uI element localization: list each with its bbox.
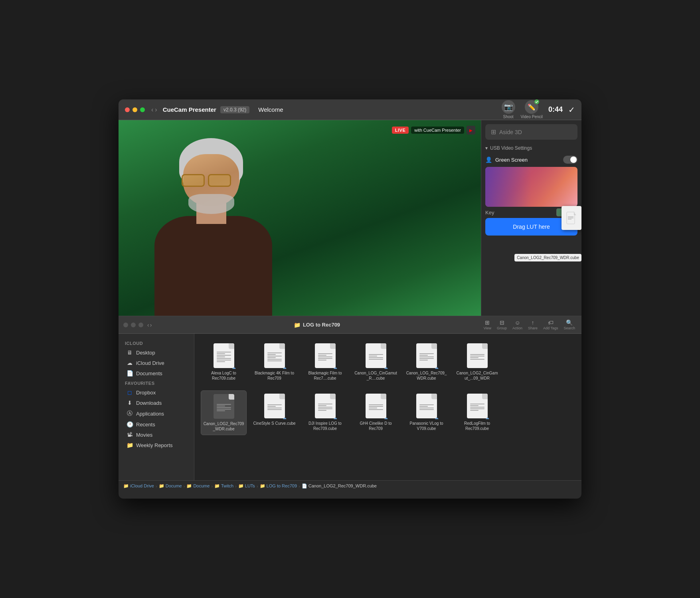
file-icon: ☁ bbox=[315, 394, 336, 418]
title-bar: ‹ › CueCam Presenter v2.0.3 (92) Welcome… bbox=[119, 99, 581, 120]
toggle-knob bbox=[570, 156, 577, 163]
file-name: Blackmagic 4K Film to Rec709 bbox=[253, 370, 296, 381]
sidebar-item-applications[interactable]: Ⓐ Applications bbox=[120, 408, 192, 419]
lut-file-tooltip: Canon_LOG2_Rec709_WDR.cube bbox=[514, 254, 581, 261]
desktop-icon: 🖥 bbox=[127, 349, 133, 356]
sidebar-item-downloads[interactable]: ⬇ Downloads bbox=[120, 398, 192, 408]
live-icon: ▶ bbox=[467, 126, 475, 135]
favourites-section-label: Favourites bbox=[119, 378, 194, 387]
checkmark-badge bbox=[534, 99, 539, 104]
finder-close[interactable] bbox=[123, 323, 128, 327]
file-name: Alexa LogC to Rec709.cube bbox=[202, 370, 245, 381]
sidebar-item-dropbox[interactable]: ◻ Dropbox bbox=[120, 387, 192, 398]
checkmark-button[interactable]: ✓ bbox=[568, 105, 575, 115]
sidebar-item-recents[interactable]: 🕐 Recents bbox=[120, 419, 192, 430]
breadcrumb-luts[interactable]: 📁 LUTs bbox=[238, 483, 255, 489]
file-name: GH4 Cinelike D to Rec709 bbox=[354, 421, 397, 431]
files-row-2: Canon_LOG2_Rec709_WDR.cube ☁ bbox=[201, 390, 575, 435]
drag-lut-area[interactable]: Drag LUT here bbox=[485, 218, 577, 236]
finder-maximize[interactable] bbox=[138, 323, 143, 327]
file-item[interactable]: Canon_LOG2_CinGamut_...09_WDR bbox=[454, 340, 500, 384]
maximize-button[interactable] bbox=[140, 107, 145, 112]
breadcrumb-file[interactable]: 📄 Canon_LOG2_Rec709_WDR.cube bbox=[302, 483, 377, 489]
file-item[interactable]: ☁ GH4 Cinelike D to Rec709 bbox=[353, 390, 399, 435]
time-display: 0:44 bbox=[548, 105, 563, 114]
green-screen-row: 👤 Green Screen bbox=[485, 152, 577, 167]
nav-arrows: ‹ › bbox=[151, 106, 157, 113]
shoot-button[interactable]: 📷 Shoot bbox=[502, 100, 515, 119]
file-item[interactable]: ☁ DJI Inspire LOG to Rec709.cube bbox=[302, 390, 348, 435]
finder-forward[interactable]: › bbox=[150, 322, 152, 328]
glasses bbox=[182, 174, 241, 188]
file-item[interactable]: ☁ RedLogFilm to Rec709.cube bbox=[454, 390, 500, 435]
back-arrow[interactable]: ‹ bbox=[151, 106, 153, 113]
breadcrumb-docume2[interactable]: 📁 Docume bbox=[186, 483, 210, 489]
finder-folder-name: 📁 LOG to Rec709 bbox=[156, 322, 478, 328]
video-pencil-button[interactable]: ✏️ Video Pencil bbox=[521, 100, 543, 119]
cloud-icon: ☁ bbox=[384, 416, 388, 420]
action-button[interactable]: ☺ Action bbox=[511, 318, 524, 332]
documents-icon: 📄 bbox=[127, 370, 133, 376]
finder-body: iCloud 🖥 Desktop ☁ iCloud Drive 📄 Docume… bbox=[119, 334, 581, 480]
color-picker[interactable] bbox=[485, 167, 577, 207]
view-button[interactable]: ⊞ View bbox=[482, 318, 493, 332]
file-item[interactable]: ☁ Canon_LOG_CinGamut_R....cube bbox=[353, 340, 399, 384]
file-item[interactable]: ☁ Blackmagic Film to Rec7....cube bbox=[302, 340, 348, 384]
finder-back[interactable]: ‹ bbox=[147, 322, 149, 328]
forward-arrow[interactable]: › bbox=[155, 106, 157, 113]
camera-panel-area: LIVE with CueCam Presenter ▶ ⊞ Aside 3D … bbox=[119, 120, 581, 499]
breadcrumb-icloud[interactable]: 📁 iCloud Drive bbox=[123, 483, 154, 489]
tag-icon: 🏷 bbox=[548, 319, 554, 326]
sidebar-item-desktop[interactable]: 🖥 Desktop bbox=[120, 347, 192, 358]
sidebar-item-weekly-reports[interactable]: 📁 Weekly Reports bbox=[120, 440, 192, 450]
camera-view: LIVE with CueCam Presenter ▶ bbox=[119, 120, 481, 316]
share-button[interactable]: ↑ Share bbox=[526, 318, 539, 332]
group-button[interactable]: ⊟ Group bbox=[495, 318, 508, 332]
view-icon: ⊞ bbox=[485, 319, 490, 326]
file-item[interactable]: ☁ Panasonic VLog to V709.cube bbox=[403, 390, 449, 435]
breadcrumb-twitch[interactable]: 📁 Twitch bbox=[214, 483, 233, 489]
file-icon: ☁ bbox=[416, 394, 437, 418]
cloud-icon: ☁ bbox=[333, 365, 337, 370]
share-icon: ↑ bbox=[532, 319, 534, 326]
file-item[interactable]: ☁ Blackmagic 4K Film to Rec709 bbox=[251, 340, 297, 384]
finder-title: LOG to Rec709 bbox=[303, 322, 340, 328]
file-item-selected[interactable]: Canon_LOG2_Rec709_WDR.cube bbox=[201, 390, 247, 435]
file-item[interactable]: ☁ CineStyle S Curve.cube bbox=[251, 390, 297, 435]
file-item[interactable]: ☁ Alexa LogC to Rec709.cube bbox=[201, 340, 247, 384]
person-icon: 👤 bbox=[485, 156, 492, 163]
minimize-button[interactable] bbox=[132, 107, 137, 112]
green-screen-toggle[interactable] bbox=[563, 156, 577, 164]
sidebar-item-icloud[interactable]: ☁ iCloud Drive bbox=[120, 358, 192, 368]
usb-settings-header[interactable]: ▾ USB Video Settings bbox=[485, 144, 577, 152]
welcome-title: Welcome bbox=[258, 106, 283, 113]
finder-breadcrumb: 📁 iCloud Drive › 📁 Docume › 📁 Docume › 📁… bbox=[119, 480, 581, 491]
file-name: Blackmagic Film to Rec7....cube bbox=[304, 370, 346, 381]
cloud-icon: ☁ bbox=[283, 416, 287, 420]
live-pill: LIVE bbox=[392, 127, 409, 134]
breadcrumb-docume1[interactable]: 📁 Docume bbox=[159, 483, 182, 489]
cloud-icon: ☁ bbox=[333, 416, 337, 420]
file-name: Canon_LOG_CinGamut_R....cube bbox=[354, 370, 397, 381]
icloud-section-label: iCloud bbox=[119, 339, 194, 347]
shoot-icon: 📷 bbox=[502, 100, 515, 114]
close-button[interactable] bbox=[125, 107, 130, 112]
search-label: Search bbox=[564, 326, 575, 330]
aside-input[interactable]: ⊞ Aside 3D bbox=[485, 124, 577, 140]
add-tags-button[interactable]: 🏷 Add Tags bbox=[542, 318, 560, 332]
beard bbox=[188, 194, 234, 214]
finder-traffic-lights bbox=[123, 323, 143, 327]
sidebar-item-movies[interactable]: 📽 Movies bbox=[120, 430, 192, 440]
breadcrumb-log-rec709[interactable]: 📁 LOG to Rec709 bbox=[260, 483, 297, 489]
file-item[interactable]: ☁ Canon_LOG_Rec709_WDR.cube bbox=[403, 340, 449, 384]
file-icon: ☁ bbox=[315, 343, 336, 368]
sidebar-item-documents[interactable]: 📄 Documents bbox=[120, 368, 192, 378]
group-icon: ⊟ bbox=[500, 319, 504, 326]
finder-minimize[interactable] bbox=[131, 323, 136, 327]
app-window: ‹ › CueCam Presenter v2.0.3 (92) Welcome… bbox=[119, 99, 581, 499]
search-button[interactable]: 🔍 Search bbox=[562, 318, 577, 332]
finder-files: ☁ Alexa LogC to Rec709.cube bbox=[194, 334, 581, 480]
chevron-down-icon: ▾ bbox=[485, 145, 488, 151]
cloud-icon: ☁ bbox=[232, 365, 236, 370]
file-name: RedLogFilm to Rec709.cube bbox=[456, 421, 498, 431]
